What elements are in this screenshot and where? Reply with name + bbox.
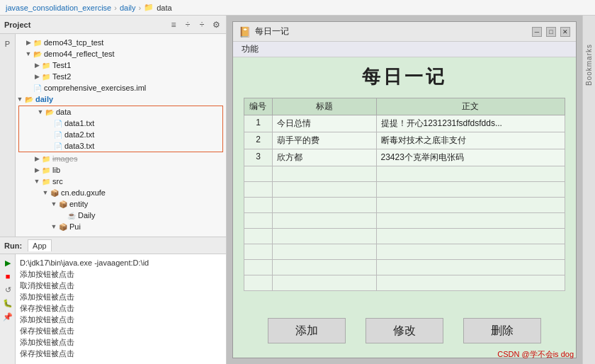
tree-item-pui[interactable]: ▼ 📦 Pui [16, 221, 226, 232]
table-row-empty-5 [244, 229, 565, 244]
diary-title-icon: 📔 [239, 26, 251, 38]
run-output-line-5: 添加按钮被点击 [20, 314, 222, 325]
close-button[interactable]: ✕ [560, 27, 570, 37]
folder-icon-demo44: 📂 [33, 49, 42, 59]
diary-window: 📔 每日一记 ─ □ ✕ 功能 每日一记 [232, 21, 577, 358]
table-row-2[interactable]: 2 葫手平的费 断毒对技术之底非支付 [244, 132, 565, 149]
tree-item-daily-class[interactable]: ▶ ☕ Daily [16, 210, 226, 221]
run-side-icon-stop[interactable]: ■ [2, 271, 13, 282]
data-folder-highlight: ▼ 📂 data ▶ 📄 data1.txt ▶ 📄 data [18, 106, 223, 152]
side-icon-1[interactable]: P [2, 38, 13, 50]
toolbar-gear-icon[interactable]: ⚙ [210, 19, 222, 30]
breadcrumb-bar: javase_consolidation_exercise › daily › … [0, 0, 595, 16]
table-row-1[interactable]: 1 今日总情 提提！开心1231231fsdfdsfdds... [244, 115, 565, 132]
breadcrumb-daily[interactable]: daily [120, 4, 136, 12]
tree-label-daily: daily [35, 95, 53, 103]
run-output: D:\jdk17\bin\java.exe -javaagent:D:\id 添… [16, 254, 226, 364]
table-row-empty-6 [244, 244, 565, 260]
diary-table-wrapper[interactable]: 编号 标题 正文 1 今日总情 提提！开心1231231fsdfdsfdds..… [244, 98, 565, 311]
breadcrumb-data-icon: 📁 [144, 3, 154, 12]
java-icon-daily: ☕ [67, 210, 76, 220]
table-row-empty-4 [244, 213, 565, 229]
bookmarks-label: Bookmarks [585, 44, 593, 86]
tree-label-test2: Test2 [52, 72, 71, 81]
folder-icon-lib: 📁 [41, 165, 51, 175]
tree-item-test2[interactable]: ▶ 📁 Test2 [16, 71, 226, 82]
file-icon-data2: 📄 [53, 130, 63, 140]
folder-icon-pui: 📦 [58, 222, 68, 232]
file-icon-data3: 📄 [53, 141, 63, 151]
tree-label-daily-class: Daily [78, 211, 95, 220]
tree-item-data2[interactable]: ▶ 📄 data2.txt [19, 129, 222, 140]
run-side-icon-rebuild[interactable]: ↺ [2, 284, 13, 295]
tree-item-data3[interactable]: ▶ 📄 data3.txt [19, 140, 222, 152]
tree-item-lib[interactable]: ▶ 📁 lib [16, 164, 226, 176]
breadcrumb-project[interactable]: javase_consolidation_exercise [6, 4, 111, 12]
tree-item-test1[interactable]: ▶ 📁 Test1 [16, 59, 226, 71]
tree-label-src: src [52, 177, 63, 186]
folder-icon-src: 📁 [41, 176, 51, 186]
arrow-package: ▼ [41, 188, 50, 197]
run-output-line-6: 保存按钮被点击 [20, 325, 222, 336]
row-3-title: 欣方都 [272, 149, 376, 166]
delete-button[interactable]: 删除 [463, 318, 541, 343]
tree-item-images[interactable]: ▶ 📁 images [16, 153, 226, 164]
tree-item-comprehensive[interactable]: ▶ 📄 comprehensive_exercises.iml [16, 82, 226, 93]
row-2-title: 葫手平的费 [272, 132, 376, 149]
run-label: Run: [4, 241, 22, 250]
run-tab-app[interactable]: App [28, 239, 52, 251]
bookmarks-side[interactable]: Bookmarks [582, 16, 595, 364]
diary-content: 每日一记 编号 标题 正文 1 [233, 57, 576, 358]
tree-item-demo43[interactable]: ▶ 📁 demo43_tcp_test [16, 37, 226, 48]
project-side-icons: P [0, 34, 16, 237]
tree-label-demo43: demo43_tcp_test [44, 38, 103, 47]
run-side-icons: ▶ ■ ↺ 🐛 📌 [0, 254, 16, 364]
toolbar-icon-div1[interactable]: ÷ [182, 19, 193, 30]
edit-button[interactable]: 修改 [366, 318, 443, 343]
add-button[interactable]: 添加 [268, 318, 346, 343]
minimize-button[interactable]: ─ [532, 27, 542, 37]
run-side-icon-pin[interactable]: 📌 [2, 311, 13, 322]
tree-label-data3: data3.txt [64, 142, 94, 150]
tree-item-src[interactable]: ▼ 📁 src [16, 176, 226, 187]
tree-item-entity[interactable]: ▼ 📦 entity [16, 198, 226, 210]
table-row-3[interactable]: 3 欣方都 23423个克举闲电张码 [244, 149, 565, 166]
arrow-test2: ▶ [33, 72, 41, 81]
run-side-icon-play[interactable]: ▶ [2, 257, 13, 268]
folder-icon-test2: 📁 [41, 72, 51, 81]
project-toolbar: Project ≡ ÷ ÷ ⚙ [0, 16, 226, 34]
run-output-line-1: 添加按钮被点击 [20, 268, 222, 280]
row-3-num: 3 [244, 149, 273, 166]
tree-label-package: cn.edu.gxufe [61, 188, 106, 197]
breadcrumb-sep2: › [139, 4, 142, 12]
run-output-line-8: 保存按钮被点击 [20, 348, 222, 359]
arrow-test1: ▶ [33, 61, 41, 69]
run-side-icon-debug[interactable]: 🐛 [2, 297, 13, 309]
right-panel: 📔 每日一记 ─ □ ✕ 功能 每日一记 [227, 16, 582, 364]
breadcrumb-data[interactable]: data [157, 4, 171, 12]
toolbar-icon-eq[interactable]: ≡ [168, 19, 179, 30]
col-header-num: 编号 [244, 98, 273, 115]
tree-label-test1: Test1 [52, 61, 71, 69]
run-output-line-7: 添加按钮被点击 [20, 336, 222, 348]
arrow-images: ▶ [33, 154, 41, 163]
tree-label-demo44: demo44_reflect_test [44, 50, 115, 58]
arrow-pui: ▼ [50, 222, 58, 231]
menu-item-function[interactable]: 功能 [239, 43, 261, 55]
file-tree[interactable]: ▶ 📁 demo43_tcp_test ▼ 📂 demo44_reflect_t… [16, 34, 226, 237]
tree-item-package[interactable]: ▼ 📦 cn.edu.gxufe [16, 187, 226, 198]
tree-item-data[interactable]: ▼ 📂 data [19, 106, 222, 118]
arrow-lib: ▶ [33, 166, 41, 174]
file-icon-data1: 📄 [53, 118, 63, 128]
tree-item-daily[interactable]: ▼ 📂 daily [16, 93, 226, 105]
toolbar-icon-div2[interactable]: ÷ [196, 19, 208, 30]
diary-menu-bar: 功能 [233, 42, 576, 57]
folder-icon-test1: 📁 [41, 60, 51, 70]
ide-panel: Project ≡ ÷ ÷ ⚙ P ▶ 📁 demo43_tcp_test [0, 16, 227, 364]
breadcrumb-sep1: › [114, 4, 117, 12]
maximize-button[interactable]: □ [546, 27, 556, 37]
tree-item-demo44[interactable]: ▼ 📂 demo44_reflect_test [16, 48, 226, 59]
tree-item-data1[interactable]: ▶ 📄 data1.txt [19, 118, 222, 129]
tree-label-data: data [56, 108, 71, 116]
run-output-line-0: D:\jdk17\bin\java.exe -javaagent:D:\id [20, 257, 222, 268]
